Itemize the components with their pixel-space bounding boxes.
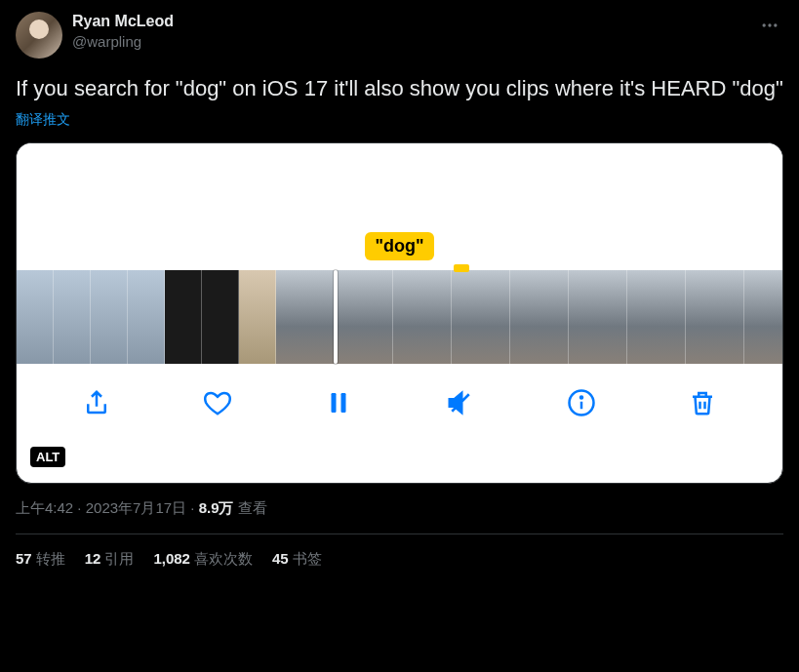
retweets-stat[interactable]: 57转推: [16, 550, 65, 569]
quotes-stat[interactable]: 12引用: [85, 550, 135, 569]
thumbnail[interactable]: [510, 270, 569, 364]
tweet-header: Ryan McLeod @warpling: [16, 12, 783, 59]
info-icon[interactable]: [566, 387, 597, 418]
thumbnail[interactable]: [239, 270, 276, 364]
svg-point-0: [763, 23, 766, 26]
pause-icon[interactable]: [323, 387, 354, 418]
tweet-date[interactable]: 2023年7月17日: [86, 499, 186, 516]
thumbnail[interactable]: [202, 270, 239, 364]
thumbnail[interactable]: [276, 270, 335, 364]
thumbnail[interactable]: [54, 270, 91, 364]
mute-icon[interactable]: [445, 387, 476, 418]
video-timeline-thumbnails[interactable]: [17, 270, 782, 364]
tweet-text: If you search for "dog" on iOS 17 it'll …: [16, 74, 783, 103]
share-icon[interactable]: [81, 387, 112, 418]
thumbnail[interactable]: [627, 270, 686, 364]
thumbnail[interactable]: [744, 270, 783, 364]
svg-point-2: [774, 23, 777, 26]
translate-link[interactable]: 翻译推文: [16, 111, 783, 129]
thumbnail[interactable]: [165, 270, 202, 364]
thumbnail[interactable]: [393, 270, 452, 364]
svg-rect-4: [341, 393, 346, 413]
author-block[interactable]: Ryan McLeod @warpling: [72, 12, 746, 51]
media-toolbar: [17, 364, 782, 442]
tweet-time[interactable]: 上午4:42: [16, 499, 73, 516]
media-attachment[interactable]: "dog": [16, 142, 783, 484]
playhead-indicator[interactable]: [334, 270, 338, 364]
svg-point-7: [580, 396, 582, 398]
divider: [16, 534, 783, 534]
avatar[interactable]: [16, 12, 62, 59]
svg-rect-3: [332, 393, 337, 413]
thumbnail[interactable]: [569, 270, 627, 364]
tweet-container: Ryan McLeod @warpling If you search for …: [0, 0, 799, 580]
more-options-icon[interactable]: [756, 12, 783, 43]
engagement-stats: 57转推 12引用 1,082喜欢次数 45书签: [16, 550, 783, 569]
alt-text-badge[interactable]: ALT: [30, 447, 65, 467]
thumbnail[interactable]: [128, 270, 165, 364]
thumbnail[interactable]: [686, 270, 744, 364]
views-count: 8.9万: [199, 499, 234, 516]
thumbnail[interactable]: [17, 270, 54, 364]
bookmarks-stat[interactable]: 45书签: [272, 550, 322, 569]
thumbnail[interactable]: [335, 270, 393, 364]
search-term-label: "dog": [365, 232, 433, 260]
thumbnail[interactable]: [452, 270, 510, 364]
thumbnail[interactable]: [91, 270, 128, 364]
display-name: Ryan McLeod: [72, 12, 746, 32]
likes-stat[interactable]: 1,082喜欢次数: [153, 550, 253, 569]
media-preview-top: "dog": [17, 143, 782, 270]
views-label: 查看: [238, 499, 267, 516]
heart-icon[interactable]: [202, 387, 233, 418]
tweet-meta: 上午4:42 · 2023年7月17日 · 8.9万 查看: [16, 499, 783, 518]
svg-point-1: [768, 23, 771, 26]
user-handle: @warpling: [72, 32, 746, 52]
trash-icon[interactable]: [687, 387, 718, 418]
timeline-marker: [454, 264, 469, 272]
